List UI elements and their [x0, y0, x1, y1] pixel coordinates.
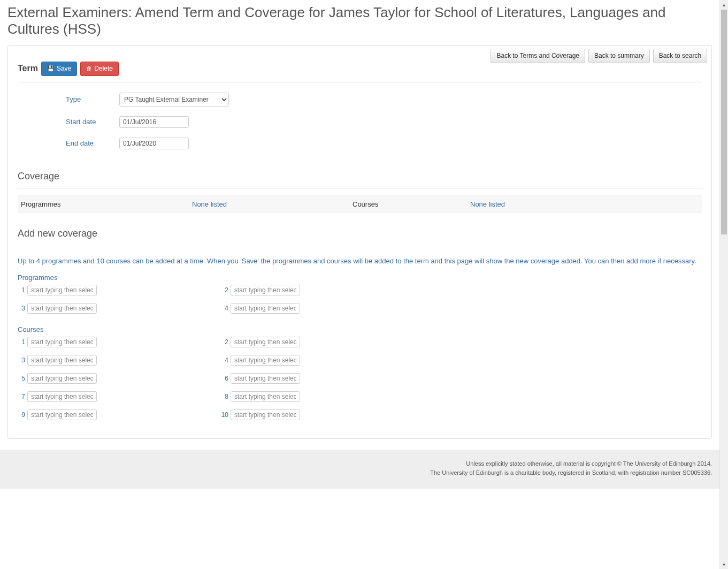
- programme-input[interactable]: [27, 285, 97, 295]
- course-input-number: 1: [18, 338, 25, 346]
- coverage-summary-bar: Programmes None listed Courses None list…: [18, 195, 702, 213]
- trash-icon: 🗑: [86, 65, 92, 73]
- programme-input-cell: 1: [18, 285, 221, 295]
- coverage-programmes-label: Programmes: [21, 200, 192, 208]
- course-input[interactable]: [27, 337, 97, 347]
- programme-input-number: 2: [221, 286, 228, 294]
- course-input-cell: 5: [18, 373, 221, 384]
- course-input-number: 3: [18, 356, 25, 364]
- course-input[interactable]: [231, 337, 300, 347]
- course-input-cell: 4: [221, 355, 424, 366]
- courses-sublabel: Courses: [18, 325, 702, 333]
- course-input-cell: 10: [221, 409, 424, 420]
- course-input[interactable]: [231, 355, 300, 366]
- main-viewport: External Examiners: Amend Term and Cover…: [0, 0, 719, 569]
- course-input[interactable]: [27, 391, 97, 402]
- programme-input-number: 3: [18, 305, 25, 312]
- end-date-label: End date: [66, 139, 119, 147]
- delete-button[interactable]: 🗑 Delete: [80, 62, 119, 76]
- coverage-courses-value: None listed: [470, 200, 505, 208]
- term-heading: Term: [18, 64, 38, 73]
- course-input[interactable]: [27, 355, 97, 366]
- programme-input-number: 4: [221, 305, 228, 312]
- courses-grid: 12345678910: [18, 337, 424, 428]
- programme-input-number: 1: [18, 286, 25, 294]
- separator: [18, 82, 702, 83]
- programmes-grid: 1234: [18, 285, 424, 321]
- course-input-number: 2: [221, 338, 228, 346]
- back-search-button[interactable]: Back to search: [653, 49, 707, 63]
- course-input[interactable]: [27, 373, 97, 384]
- course-input-number: 9: [18, 411, 25, 419]
- coverage-programmes-value: None listed: [192, 200, 352, 208]
- back-summary-button[interactable]: Back to summary: [588, 49, 650, 63]
- save-button[interactable]: 💾 Save: [41, 62, 77, 76]
- save-icon: 💾: [47, 65, 55, 73]
- course-input[interactable]: [231, 409, 300, 420]
- type-select[interactable]: PG Taught External Examiner: [119, 93, 229, 107]
- top-button-group: Back to Terms and Coverage Back to summa…: [491, 49, 707, 63]
- delete-button-label: Delete: [94, 64, 113, 73]
- course-input[interactable]: [231, 391, 300, 402]
- course-input-number: 4: [221, 356, 228, 364]
- scrollbar-thumb[interactable]: [721, 10, 727, 234]
- course-input-number: 10: [221, 411, 228, 419]
- scroll-down-arrow[interactable]: ▾: [720, 560, 728, 569]
- footer-line-2: The University of Edinburgh is a charita…: [7, 468, 712, 477]
- footer-line-1: Unless explicitly stated otherwise, all …: [7, 459, 712, 468]
- coverage-heading: Coverage: [18, 171, 702, 182]
- course-input-number: 5: [18, 375, 25, 382]
- course-input-cell: 1: [18, 337, 221, 347]
- page-title: External Examiners: Amend Term and Cover…: [7, 4, 712, 37]
- start-date-row: Start date: [66, 116, 702, 128]
- programmes-sublabel: Programmes: [18, 274, 702, 282]
- vertical-scrollbar[interactable]: ▴ ▾: [719, 0, 728, 569]
- programme-input-cell: 3: [18, 303, 221, 314]
- main-panel: Back to Terms and Coverage Back to summa…: [7, 45, 712, 439]
- course-input-cell: 7: [18, 391, 221, 402]
- save-button-label: Save: [57, 64, 71, 73]
- programme-input[interactable]: [231, 285, 300, 295]
- type-label: Type: [66, 95, 119, 103]
- course-input-cell: 8: [221, 391, 424, 402]
- course-input-cell: 9: [18, 409, 221, 420]
- add-coverage-info: Up to 4 programmes and 10 courses can be…: [18, 256, 702, 267]
- coverage-courses-label: Courses: [352, 200, 470, 208]
- programme-input[interactable]: [27, 303, 97, 314]
- type-row: Type PG Taught External Examiner: [66, 93, 702, 107]
- separator: [18, 188, 702, 189]
- scroll-up-arrow[interactable]: ▴: [720, 0, 728, 9]
- page-footer: Unless explicitly stated otherwise, all …: [0, 450, 719, 489]
- course-input-number: 8: [221, 393, 228, 400]
- course-input-number: 7: [18, 393, 25, 400]
- programme-input-cell: 4: [221, 303, 424, 314]
- term-heading-row: Term 💾 Save 🗑 Delete: [18, 62, 702, 76]
- back-terms-button[interactable]: Back to Terms and Coverage: [491, 49, 585, 63]
- course-input-cell: 2: [221, 337, 424, 347]
- programme-input[interactable]: [231, 303, 300, 314]
- start-date-label: Start date: [66, 118, 119, 126]
- course-input[interactable]: [231, 373, 300, 384]
- start-date-input[interactable]: [119, 116, 189, 128]
- programme-input-cell: 2: [221, 285, 424, 295]
- course-input[interactable]: [27, 409, 97, 420]
- course-input-cell: 3: [18, 355, 221, 366]
- end-date-row: End date: [66, 138, 702, 149]
- course-input-number: 6: [221, 375, 228, 382]
- separator: [18, 246, 702, 246]
- end-date-input[interactable]: [119, 138, 189, 149]
- add-coverage-heading: Add new coverage: [18, 228, 702, 239]
- course-input-cell: 6: [221, 373, 424, 384]
